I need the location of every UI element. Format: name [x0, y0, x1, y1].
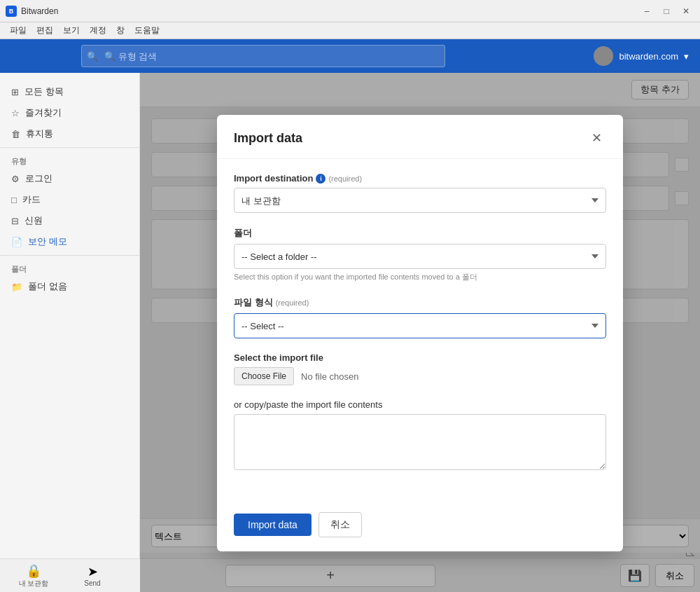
destination-select[interactable]: 내 보관함	[234, 188, 606, 213]
trash-icon: 🗑	[11, 129, 20, 139]
file-format-required: (required)	[276, 298, 309, 307]
account-chevron-icon[interactable]: ▾	[684, 51, 689, 62]
search-bar: 🔍	[81, 45, 445, 67]
folder-select[interactable]: -- Select a folder --	[234, 244, 606, 269]
menu-help[interactable]: 도움말	[130, 23, 164, 38]
cancel-button[interactable]: 취소	[318, 512, 362, 537]
modal-title: Import data	[234, 131, 302, 146]
search-icon: 🔍	[87, 51, 98, 62]
file-format-label: 파일 형식 (required)	[234, 296, 606, 309]
vault-label: 내 보관함	[19, 579, 49, 588]
sidebar-section-folder: 폴더	[0, 259, 139, 276]
file-format-group: 파일 형식 (required) -- Select --	[234, 296, 606, 338]
folder-label: 폴더	[234, 227, 606, 240]
sidebar-item-trash[interactable]: 🗑 휴지통	[0, 123, 139, 144]
search-input[interactable]	[81, 45, 445, 67]
no-file-text: No file chosen	[301, 371, 358, 382]
app-title: Bitwarden	[21, 6, 634, 16]
sidebar-item-secure-note[interactable]: 📄 보안 메모	[0, 231, 139, 252]
paste-textarea[interactable]	[234, 414, 606, 470]
file-format-select[interactable]: -- Select --	[234, 313, 606, 338]
folder-group: 폴더 -- Select a folder -- Select this opt…	[234, 227, 606, 282]
menu-edit[interactable]: 편집	[32, 23, 57, 38]
sidebar-item-login[interactable]: ⚙ 로그인	[0, 168, 139, 189]
minimize-button[interactable]: –	[638, 4, 655, 18]
sidebar: ⊞ 모든 항목 ☆ 즐겨찾기 🗑 휴지통 유형 ⚙ 로그인 □ 카드 ⊟ 신원 …	[0, 73, 140, 592]
menu-window[interactable]: 창	[112, 23, 129, 38]
title-bar: B Bitwarden – □ ✕	[0, 0, 700, 22]
identity-icon: ⊟	[11, 216, 19, 226]
menu-view[interactable]: 보기	[59, 23, 84, 38]
menu-bar: 파일 편집 보기 계정 창 도움말	[0, 22, 700, 39]
app-header: 🔍 bitwarden.com ▾	[0, 39, 700, 73]
vault-nav-item[interactable]: 🔒 내 보관함	[6, 563, 62, 588]
import-destination-label: Import destination i (required)	[234, 173, 606, 184]
sidebar-item-all[interactable]: ⊞ 모든 항목	[0, 81, 139, 102]
sidebar-divider-2	[0, 255, 139, 256]
folder-hint: Select this option if you want the impor…	[234, 272, 606, 282]
sidebar-item-no-folder[interactable]: 📁 폴더 없음	[0, 276, 139, 297]
card-icon: □	[11, 195, 17, 205]
modal-footer: Import data 취소	[217, 501, 623, 551]
grid-icon: ⊞	[11, 87, 19, 97]
select-file-label: Select the import file	[234, 352, 606, 363]
account-label: bitwarden.com	[619, 51, 678, 62]
vault-icon: 🔒	[26, 563, 41, 579]
modal-overlay: Import data ✕ Import destination i (requ…	[140, 73, 700, 592]
sidebar-item-favorites[interactable]: ☆ 즐겨찾기	[0, 102, 139, 123]
send-icon: ➤	[88, 564, 98, 579]
window-controls: – □ ✕	[638, 4, 694, 18]
modal-body: Import destination i (required) 내 보관함 폴더…	[217, 159, 623, 501]
app-logo: B	[6, 6, 17, 17]
required-text: (required)	[328, 174, 362, 183]
login-icon: ⚙	[11, 174, 20, 184]
menu-file[interactable]: 파일	[6, 23, 31, 38]
note-icon: 📄	[11, 237, 22, 247]
send-nav-item[interactable]: ➤ Send	[64, 564, 120, 587]
sidebar-section-type: 유형	[0, 151, 139, 168]
send-label: Send	[84, 579, 100, 587]
import-data-button[interactable]: Import data	[234, 514, 312, 536]
menu-account[interactable]: 계정	[85, 23, 111, 38]
paste-group: or copy/paste the import file contents	[234, 399, 606, 473]
star-icon: ☆	[11, 108, 20, 118]
import-destination-group: Import destination i (required) 내 보관함	[234, 173, 606, 213]
sidebar-item-identity[interactable]: ⊟ 신원	[0, 210, 139, 231]
choose-file-button[interactable]: Choose File	[234, 367, 294, 385]
paste-label: or copy/paste the import file contents	[234, 399, 606, 410]
import-modal: Import data ✕ Import destination i (requ…	[217, 115, 623, 551]
modal-header: Import data ✕	[217, 115, 623, 159]
file-input-row: Choose File No file chosen	[234, 367, 606, 385]
close-button[interactable]: ✕	[678, 4, 694, 18]
maximize-button[interactable]: □	[658, 4, 675, 18]
sidebar-item-card[interactable]: □ 카드	[0, 189, 139, 210]
folder-icon: 📁	[11, 282, 22, 292]
info-icon[interactable]: i	[316, 174, 326, 184]
avatar	[594, 46, 613, 66]
modal-close-button[interactable]: ✕	[587, 129, 606, 147]
header-right: bitwarden.com ▾	[594, 46, 689, 66]
select-file-group: Select the import file Choose File No fi…	[234, 352, 606, 385]
sidebar-divider-1	[0, 147, 139, 148]
